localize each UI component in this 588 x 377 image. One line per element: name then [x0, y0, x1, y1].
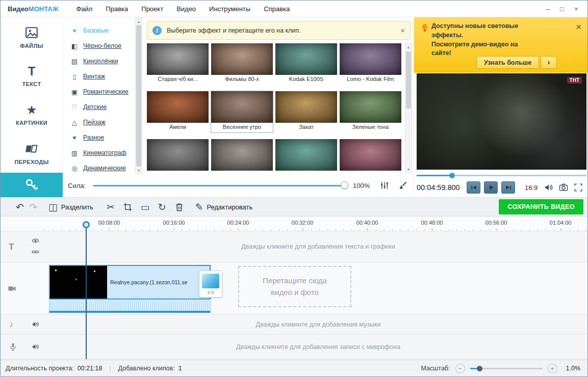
- sidebar-item-effects-active[interactable]: [1, 173, 63, 197]
- scroll-up-icon[interactable]: ▲: [405, 44, 412, 50]
- effect-thumbnail[interactable]: [340, 91, 401, 123]
- transition-badge[interactable]: 2.0: [199, 271, 222, 298]
- promo-arrow-button[interactable]: ›: [541, 56, 557, 69]
- brush-icon[interactable]: [398, 181, 407, 190]
- categories-scrollbar[interactable]: ▲ ▼: [135, 18, 142, 174]
- visibility-toggle[interactable]: [32, 237, 39, 245]
- effect-thumbnail[interactable]: [147, 43, 209, 75]
- close-icon[interactable]: ×: [576, 21, 581, 33]
- category-kids[interactable]: ♡Детские: [63, 99, 135, 115]
- crop-button[interactable]: [123, 202, 133, 212]
- effect-item[interactable]: Фильмы 80-х: [211, 43, 273, 85]
- link-toggle[interactable]: [32, 248, 39, 256]
- effect-item[interactable]: Зеленые тона: [340, 91, 401, 132]
- media-dropzone[interactable]: Перетащите сюдавидео и фото: [238, 266, 351, 307]
- effect-thumbnail[interactable]: [275, 139, 337, 171]
- playhead[interactable]: [83, 221, 90, 359]
- save-video-button[interactable]: СОХРАНИТЬ ВИДЕО: [499, 199, 583, 214]
- effect-item[interactable]: Закат: [275, 91, 337, 132]
- fine-tune-icon[interactable]: [380, 181, 389, 190]
- snapshot-button[interactable]: [559, 183, 568, 192]
- category-cinematic[interactable]: ▥Кинематограф: [63, 145, 135, 160]
- undo-button[interactable]: ↶: [16, 202, 24, 212]
- category-landscape[interactable]: △Пейзаж: [63, 115, 135, 130]
- category-romantic[interactable]: ▣Романтические: [63, 84, 135, 99]
- zoom-in-button[interactable]: +: [548, 364, 557, 373]
- effect-item[interactable]: Старая ч/б ки...: [147, 43, 209, 85]
- effect-item[interactable]: [275, 139, 337, 172]
- minimize-button[interactable]: –: [541, 3, 555, 14]
- scrollbar-thumb[interactable]: [136, 25, 141, 167]
- menu-video[interactable]: Видео: [170, 5, 202, 13]
- scroll-down-icon[interactable]: ▼: [405, 166, 412, 172]
- playback-scrubber[interactable]: [417, 172, 586, 178]
- category-vintage[interactable]: ▯Винтаж: [63, 69, 135, 84]
- effect-item-selected[interactable]: Весеннее утро: [211, 91, 273, 132]
- category-misc[interactable]: ✶Разное: [63, 130, 135, 145]
- next-frame-button[interactable]: [501, 181, 515, 194]
- close-button[interactable]: ×: [569, 3, 583, 14]
- effect-thumbnail[interactable]: [147, 139, 209, 171]
- sidebar-item-transitions[interactable]: ПЕРЕХОДЫ: [1, 134, 63, 173]
- effect-item[interactable]: Амели: [147, 91, 209, 132]
- redo-button[interactable]: ↷: [29, 202, 37, 212]
- delete-button[interactable]: [174, 202, 184, 212]
- music-volume-button[interactable]: [32, 320, 39, 328]
- effect-thumbnail[interactable]: [147, 91, 209, 123]
- edit-button[interactable]: ✎ Редактировать: [195, 202, 253, 212]
- text-track-area[interactable]: Дважды кликните для добавления текста и …: [49, 231, 587, 262]
- strength-slider-track[interactable]: [93, 185, 347, 186]
- video-track-area[interactable]: Realnye.pacany.(1.sezon.011.se 2.0 Перет…: [49, 262, 587, 314]
- scrollbar-thumb[interactable]: [406, 51, 411, 109]
- strength-slider[interactable]: [93, 181, 347, 190]
- effect-item[interactable]: Kodak E100S: [275, 43, 337, 85]
- split-button[interactable]: ◫ Разделить: [48, 202, 93, 212]
- zoom-slider-knob[interactable]: [477, 366, 482, 371]
- zoom-slider[interactable]: [470, 365, 543, 372]
- previous-frame-button[interactable]: [467, 181, 480, 194]
- scrubber-knob[interactable]: [449, 173, 455, 178]
- learn-more-button[interactable]: Узнать больше: [476, 56, 539, 69]
- video-clip[interactable]: Realnye.pacany.(1.sezon.011.se: [49, 265, 211, 300]
- music-track-area[interactable]: Дважды кликните для добавления музыки: [49, 315, 587, 334]
- effect-thumbnail[interactable]: [275, 91, 337, 123]
- sidebar-item-files[interactable]: ФАЙЛЫ: [1, 18, 63, 57]
- effect-item[interactable]: [211, 139, 273, 172]
- close-icon[interactable]: ×: [400, 26, 405, 35]
- strength-slider-knob[interactable]: [341, 181, 348, 189]
- effect-item[interactable]: [340, 139, 401, 172]
- effect-thumbnail[interactable]: [340, 43, 401, 75]
- menu-project[interactable]: Проект: [135, 5, 170, 13]
- effect-thumbnail[interactable]: [340, 139, 401, 171]
- rotate-button[interactable]: ↻: [158, 202, 166, 212]
- effect-item[interactable]: Lomo - Kodak Film: [340, 43, 401, 85]
- cut-button[interactable]: ✂: [107, 202, 115, 212]
- effect-thumbnail[interactable]: [211, 43, 273, 75]
- microphone-track-area[interactable]: Дважды кликните для добавления записи с …: [49, 335, 587, 359]
- effect-thumbnail[interactable]: [211, 139, 273, 171]
- category-blackwhite[interactable]: ◧Чёрно-белое: [63, 38, 135, 53]
- category-filmstock[interactable]: ▤Киноплёнки: [63, 53, 135, 69]
- sidebar-item-text[interactable]: T ТЕКСТ: [1, 57, 63, 95]
- playhead-handle[interactable]: [83, 221, 90, 228]
- menu-help[interactable]: Справка: [257, 5, 296, 13]
- letterbox-button[interactable]: ▭: [141, 202, 150, 212]
- maximize-button[interactable]: □: [555, 3, 569, 14]
- effect-thumbnail[interactable]: [275, 43, 337, 75]
- fullscreen-button[interactable]: [574, 183, 583, 192]
- menu-edit[interactable]: Правка: [99, 5, 135, 13]
- category-basic[interactable]: ✦Базовые: [63, 23, 135, 38]
- menu-file[interactable]: Файл: [69, 5, 99, 13]
- effect-thumbnail[interactable]: [211, 91, 273, 123]
- effect-item[interactable]: [147, 139, 209, 172]
- mic-volume-button[interactable]: [32, 343, 39, 351]
- play-button[interactable]: [484, 181, 498, 194]
- effects-scrollbar[interactable]: ▲ ▼: [405, 43, 412, 173]
- clip-audio-waveform[interactable]: [49, 301, 211, 313]
- menu-tools[interactable]: Инструменты: [202, 5, 257, 13]
- mute-button[interactable]: [544, 183, 553, 192]
- zoom-out-button[interactable]: −: [455, 364, 465, 373]
- scroll-up-icon[interactable]: ▲: [136, 18, 142, 24]
- sidebar-item-pictures[interactable]: ★ КАРТИНКИ: [1, 95, 63, 134]
- scroll-down-icon[interactable]: ▼: [136, 167, 142, 173]
